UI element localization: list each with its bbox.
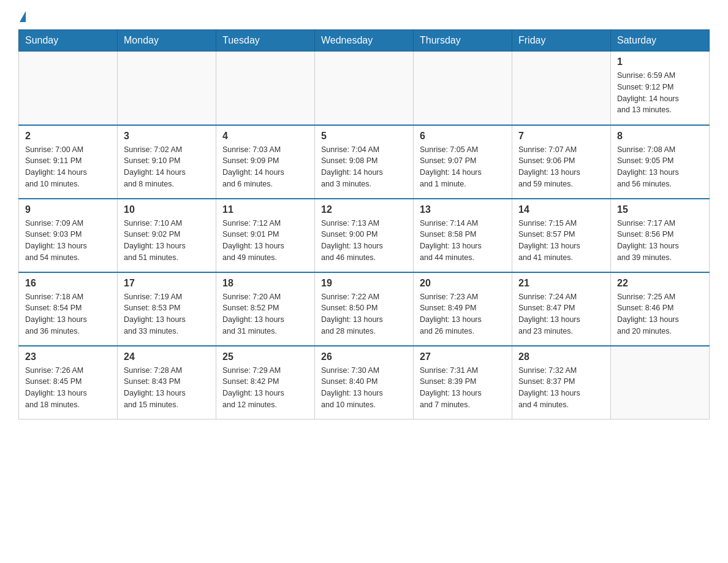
calendar-cell: 16Sunrise: 7:18 AMSunset: 8:54 PMDayligh… [19, 272, 118, 346]
calendar-cell: 18Sunrise: 7:20 AMSunset: 8:52 PMDayligh… [216, 272, 315, 346]
weekday-header-sunday: Sunday [19, 30, 118, 52]
calendar-cell: 26Sunrise: 7:30 AMSunset: 8:40 PMDayligh… [315, 346, 414, 419]
calendar-cell: 14Sunrise: 7:15 AMSunset: 8:57 PMDayligh… [512, 199, 611, 272]
day-info: Sunrise: 7:17 AMSunset: 8:56 PMDaylight:… [617, 218, 703, 264]
calendar-cell: 1Sunrise: 6:59 AMSunset: 9:12 PMDaylight… [611, 52, 710, 125]
calendar-cell: 15Sunrise: 7:17 AMSunset: 8:56 PMDayligh… [611, 199, 710, 272]
logo [18, 12, 26, 23]
calendar-cell: 22Sunrise: 7:25 AMSunset: 8:46 PMDayligh… [611, 272, 710, 346]
calendar-week-row-3: 9Sunrise: 7:09 AMSunset: 9:03 PMDaylight… [19, 199, 710, 272]
weekday-header-saturday: Saturday [611, 30, 710, 52]
day-number: 15 [617, 204, 703, 215]
calendar-cell: 10Sunrise: 7:10 AMSunset: 9:02 PMDayligh… [118, 199, 216, 272]
weekday-header-friday: Friday [512, 30, 611, 52]
day-number: 20 [420, 278, 506, 289]
day-info: Sunrise: 7:30 AMSunset: 8:40 PMDaylight:… [321, 365, 407, 411]
day-info: Sunrise: 7:23 AMSunset: 8:49 PMDaylight:… [420, 291, 506, 337]
day-number: 1 [617, 56, 703, 67]
day-number: 28 [518, 351, 604, 362]
day-info: Sunrise: 7:24 AMSunset: 8:47 PMDaylight:… [518, 291, 604, 337]
calendar-week-row-5: 23Sunrise: 7:26 AMSunset: 8:45 PMDayligh… [19, 346, 710, 419]
calendar-week-row-2: 2Sunrise: 7:00 AMSunset: 9:11 PMDaylight… [19, 125, 710, 199]
calendar-cell [216, 52, 315, 125]
day-info: Sunrise: 7:04 AMSunset: 9:08 PMDaylight:… [321, 144, 407, 190]
day-number: 25 [222, 351, 308, 362]
calendar-cell [414, 52, 512, 125]
day-number: 23 [25, 351, 111, 362]
weekday-header-tuesday: Tuesday [216, 30, 315, 52]
day-info: Sunrise: 7:14 AMSunset: 8:58 PMDaylight:… [420, 218, 506, 264]
day-number: 11 [222, 204, 308, 215]
calendar-week-row-1: 1Sunrise: 6:59 AMSunset: 9:12 PMDaylight… [19, 52, 710, 125]
day-number: 13 [420, 204, 506, 215]
calendar-cell: 13Sunrise: 7:14 AMSunset: 8:58 PMDayligh… [414, 199, 512, 272]
day-info: Sunrise: 7:18 AMSunset: 8:54 PMDaylight:… [25, 291, 111, 337]
calendar-cell: 19Sunrise: 7:22 AMSunset: 8:50 PMDayligh… [315, 272, 414, 346]
day-number: 9 [25, 204, 111, 215]
day-info: Sunrise: 7:22 AMSunset: 8:50 PMDaylight:… [321, 291, 407, 337]
day-number: 16 [25, 278, 111, 289]
calendar-cell [315, 52, 414, 125]
calendar-cell: 25Sunrise: 7:29 AMSunset: 8:42 PMDayligh… [216, 346, 315, 419]
day-number: 6 [420, 131, 506, 142]
weekday-header-row: SundayMondayTuesdayWednesdayThursdayFrid… [19, 30, 710, 52]
day-number: 27 [420, 351, 506, 362]
day-info: Sunrise: 7:25 AMSunset: 8:46 PMDaylight:… [617, 291, 703, 337]
day-number: 7 [518, 131, 604, 142]
calendar-week-row-4: 16Sunrise: 7:18 AMSunset: 8:54 PMDayligh… [19, 272, 710, 346]
calendar-cell: 17Sunrise: 7:19 AMSunset: 8:53 PMDayligh… [118, 272, 216, 346]
weekday-header-wednesday: Wednesday [315, 30, 414, 52]
day-info: Sunrise: 7:19 AMSunset: 8:53 PMDaylight:… [124, 291, 210, 337]
calendar-cell: 8Sunrise: 7:08 AMSunset: 9:05 PMDaylight… [611, 125, 710, 199]
day-info: Sunrise: 7:08 AMSunset: 9:05 PMDaylight:… [617, 144, 703, 190]
day-info: Sunrise: 7:29 AMSunset: 8:42 PMDaylight:… [222, 365, 308, 411]
day-number: 3 [124, 131, 210, 142]
calendar-cell: 9Sunrise: 7:09 AMSunset: 9:03 PMDaylight… [19, 199, 118, 272]
day-info: Sunrise: 7:28 AMSunset: 8:43 PMDaylight:… [124, 365, 210, 411]
calendar-cell: 6Sunrise: 7:05 AMSunset: 9:07 PMDaylight… [414, 125, 512, 199]
day-info: Sunrise: 7:31 AMSunset: 8:39 PMDaylight:… [420, 365, 506, 411]
day-number: 22 [617, 278, 703, 289]
calendar-cell: 28Sunrise: 7:32 AMSunset: 8:37 PMDayligh… [512, 346, 611, 419]
calendar-cell: 4Sunrise: 7:03 AMSunset: 9:09 PMDaylight… [216, 125, 315, 199]
day-number: 17 [124, 278, 210, 289]
day-number: 21 [518, 278, 604, 289]
day-number: 8 [617, 131, 703, 142]
day-info: Sunrise: 7:32 AMSunset: 8:37 PMDaylight:… [518, 365, 604, 411]
day-number: 12 [321, 204, 407, 215]
day-number: 2 [25, 131, 111, 142]
calendar-cell: 27Sunrise: 7:31 AMSunset: 8:39 PMDayligh… [414, 346, 512, 419]
calendar-cell [19, 52, 118, 125]
day-info: Sunrise: 7:09 AMSunset: 9:03 PMDaylight:… [25, 218, 111, 264]
page-header [18, 12, 710, 23]
day-number: 5 [321, 131, 407, 142]
day-info: Sunrise: 7:13 AMSunset: 9:00 PMDaylight:… [321, 218, 407, 264]
calendar-cell: 24Sunrise: 7:28 AMSunset: 8:43 PMDayligh… [118, 346, 216, 419]
day-info: Sunrise: 7:15 AMSunset: 8:57 PMDaylight:… [518, 218, 604, 264]
weekday-header-thursday: Thursday [414, 30, 512, 52]
day-info: Sunrise: 7:05 AMSunset: 9:07 PMDaylight:… [420, 144, 506, 190]
calendar-cell: 11Sunrise: 7:12 AMSunset: 9:01 PMDayligh… [216, 199, 315, 272]
day-info: Sunrise: 7:10 AMSunset: 9:02 PMDaylight:… [124, 218, 210, 264]
day-number: 4 [222, 131, 308, 142]
day-info: Sunrise: 7:07 AMSunset: 9:06 PMDaylight:… [518, 144, 604, 190]
calendar-cell: 12Sunrise: 7:13 AMSunset: 9:00 PMDayligh… [315, 199, 414, 272]
calendar-cell: 20Sunrise: 7:23 AMSunset: 8:49 PMDayligh… [414, 272, 512, 346]
calendar-cell [512, 52, 611, 125]
day-info: Sunrise: 7:12 AMSunset: 9:01 PMDaylight:… [222, 218, 308, 264]
day-info: Sunrise: 6:59 AMSunset: 9:12 PMDaylight:… [617, 70, 703, 116]
calendar-cell [611, 346, 710, 419]
calendar-cell: 23Sunrise: 7:26 AMSunset: 8:45 PMDayligh… [19, 346, 118, 419]
calendar-cell: 7Sunrise: 7:07 AMSunset: 9:06 PMDaylight… [512, 125, 611, 199]
day-number: 24 [124, 351, 210, 362]
calendar-cell [118, 52, 216, 125]
calendar-cell: 21Sunrise: 7:24 AMSunset: 8:47 PMDayligh… [512, 272, 611, 346]
day-info: Sunrise: 7:00 AMSunset: 9:11 PMDaylight:… [25, 144, 111, 190]
day-info: Sunrise: 7:26 AMSunset: 8:45 PMDaylight:… [25, 365, 111, 411]
day-info: Sunrise: 7:02 AMSunset: 9:10 PMDaylight:… [124, 144, 210, 190]
calendar-cell: 3Sunrise: 7:02 AMSunset: 9:10 PMDaylight… [118, 125, 216, 199]
calendar-cell: 5Sunrise: 7:04 AMSunset: 9:08 PMDaylight… [315, 125, 414, 199]
day-number: 26 [321, 351, 407, 362]
day-number: 10 [124, 204, 210, 215]
day-info: Sunrise: 7:03 AMSunset: 9:09 PMDaylight:… [222, 144, 308, 190]
